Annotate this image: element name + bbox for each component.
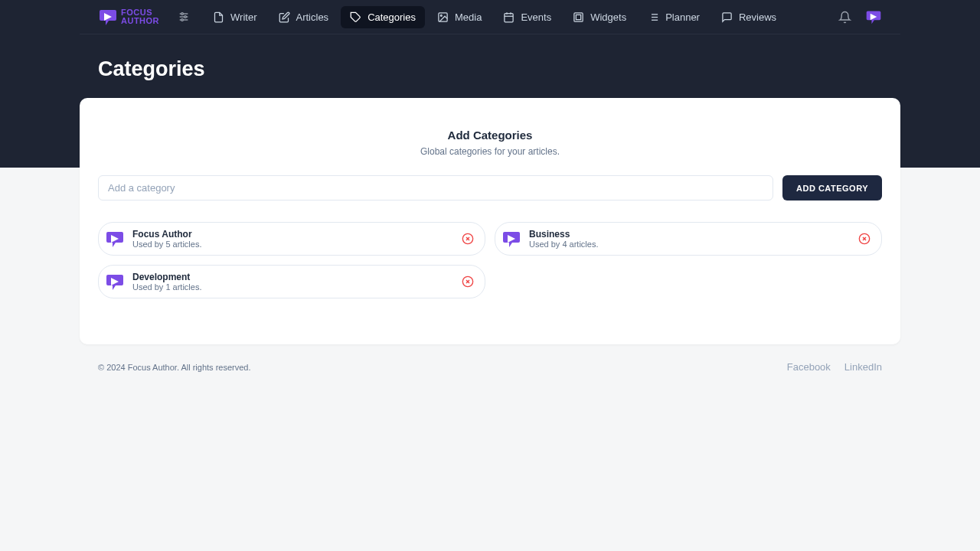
brand-logo[interactable]: FOCUS AUTHOR	[98, 7, 159, 27]
nav-label: Articles	[296, 11, 329, 23]
list-icon	[648, 11, 659, 23]
svg-rect-14	[577, 15, 581, 19]
category-card: Focus AuthorUsed by 5 articles.	[98, 222, 485, 256]
svg-point-8	[440, 15, 442, 16]
category-name: Focus Author	[132, 229, 460, 240]
page-title: Categories	[98, 57, 882, 81]
nav-writer[interactable]: Writer	[204, 6, 266, 28]
category-name: Development	[132, 272, 460, 282]
layout-icon	[573, 11, 584, 23]
footer-link-facebook[interactable]: Facebook	[787, 361, 831, 373]
user-avatar[interactable]	[865, 8, 882, 25]
category-input[interactable]	[98, 175, 773, 201]
categories-list: Focus AuthorUsed by 5 articles.BusinessU…	[98, 222, 882, 298]
nav-reviews[interactable]: Reviews	[712, 6, 786, 28]
nav-media[interactable]: Media	[428, 6, 491, 28]
logo-text-line2: AUTHOR	[121, 17, 159, 25]
categories-panel: Add Categories Global categories for you…	[80, 98, 900, 344]
svg-rect-9	[505, 13, 513, 21]
category-icon	[501, 229, 521, 249]
category-icon	[105, 272, 125, 292]
footer-link-linkedin[interactable]: LinkedIn	[844, 361, 882, 373]
add-category-button[interactable]: ADD CATEGORY	[782, 175, 882, 201]
nav-planner[interactable]: Planner	[639, 6, 709, 28]
nav-label: Events	[521, 11, 551, 23]
card-subtitle: Global categories for your articles.	[98, 146, 882, 157]
card-title: Add Categories	[98, 129, 882, 142]
nav-label: Media	[455, 11, 482, 23]
nav-label: Reviews	[739, 11, 776, 23]
category-name: Business	[529, 229, 857, 240]
category-card: BusinessUsed by 4 articles.	[495, 222, 882, 256]
nav-events[interactable]: Events	[494, 6, 560, 28]
delete-category-button[interactable]	[460, 231, 475, 246]
delete-category-button[interactable]	[857, 231, 872, 246]
nav-categories[interactable]: Categories	[341, 6, 425, 28]
category-meta: Used by 5 articles.	[132, 240, 460, 249]
calendar-icon	[503, 11, 514, 23]
footer-copyright: © 2024 Focus Author. All rights reserved…	[98, 363, 251, 372]
svg-point-5	[181, 19, 184, 21]
svg-point-1	[181, 13, 184, 15]
tag-icon	[350, 11, 361, 23]
settings-icon[interactable]	[178, 11, 190, 23]
main-nav: Writer Articles Categories Media Events …	[204, 6, 838, 28]
nav-widgets[interactable]: Widgets	[564, 6, 635, 28]
top-navigation: FOCUS AUTHOR Writer Articles Categor	[80, 0, 900, 34]
file-icon	[213, 11, 224, 23]
delete-category-button[interactable]	[460, 274, 475, 289]
nav-label: Writer	[230, 11, 256, 23]
svg-rect-13	[574, 12, 583, 21]
notifications-icon[interactable]	[838, 11, 851, 24]
logo-icon	[98, 7, 118, 27]
nav-label: Planner	[665, 11, 700, 23]
svg-point-3	[185, 16, 187, 18]
footer: © 2024 Focus Author. All rights reserved…	[80, 344, 900, 390]
image-icon	[437, 11, 449, 23]
edit-icon	[279, 11, 290, 23]
category-meta: Used by 4 articles.	[529, 240, 857, 249]
nav-articles[interactable]: Articles	[270, 6, 338, 28]
nav-label: Categories	[368, 11, 416, 23]
message-icon	[721, 11, 733, 23]
category-card: DevelopmentUsed by 1 articles.	[98, 265, 485, 298]
category-icon	[105, 229, 125, 249]
category-meta: Used by 1 articles.	[132, 282, 460, 292]
nav-label: Widgets	[590, 11, 626, 23]
